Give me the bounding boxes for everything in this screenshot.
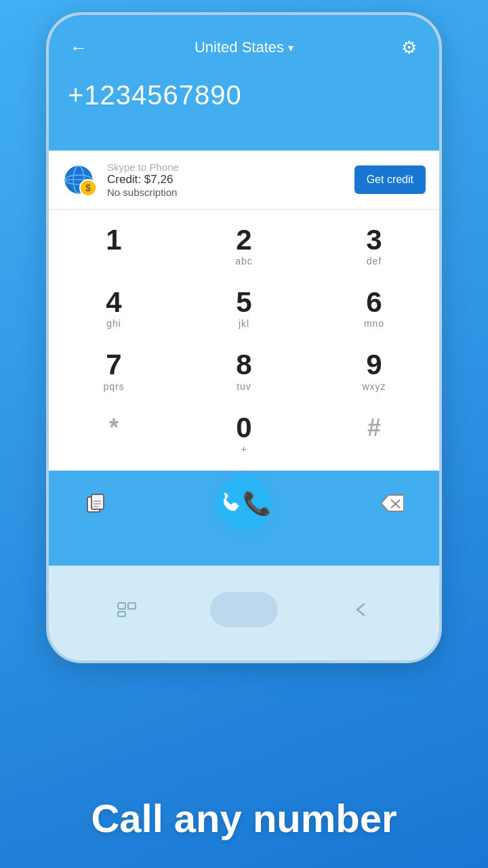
phone-frame: ← United States ▾ ⚙ +1234567890	[46, 12, 442, 663]
phone-screen: ← United States ▾ ⚙ +1234567890	[49, 15, 439, 566]
chevron-down-icon: ▾	[288, 41, 293, 54]
settings-button[interactable]: ⚙	[396, 34, 423, 61]
svg-rect-14	[128, 603, 136, 609]
recent-apps-button[interactable]	[109, 592, 144, 627]
numpad-key-2[interactable]: 2abc	[179, 215, 309, 277]
skype-info-bar: $ Skype to Phone Credit: $7,26 No subscr…	[49, 151, 439, 210]
paste-button[interactable]	[76, 483, 117, 524]
get-credit-button[interactable]: Get credit	[354, 165, 426, 194]
backspace-button[interactable]	[371, 483, 412, 524]
numpad-key-#[interactable]: #	[309, 403, 439, 465]
phone-bottom-nav	[49, 566, 439, 660]
skype-credit: Credit: $7,26	[107, 173, 345, 186]
skype-info-text: Skype to Phone Credit: $7,26 No subscrip…	[107, 161, 345, 198]
numpad-key-4[interactable]: 4ghi	[49, 277, 179, 340]
back-button[interactable]: ←	[65, 34, 92, 61]
numpad-key-6[interactable]: 6mno	[309, 277, 439, 340]
number-display: +1234567890	[49, 72, 439, 127]
action-row: 📞	[49, 471, 439, 541]
numpad-key-3[interactable]: 3def	[309, 215, 439, 277]
country-selector[interactable]: United States ▾	[195, 39, 293, 56]
numpad-key-9[interactable]: 9wxyz	[309, 340, 439, 402]
numpad-key-*[interactable]: *	[49, 403, 179, 465]
numpad-key-5[interactable]: 5jkl	[179, 277, 309, 340]
skype-label: Skype to Phone	[107, 161, 345, 173]
svg-text:$: $	[85, 182, 91, 193]
country-label: United States	[195, 39, 284, 56]
svg-rect-15	[118, 612, 125, 616]
back-nav-button[interactable]	[344, 592, 379, 627]
home-button[interactable]	[210, 592, 278, 627]
numpad: 12abc3def4ghi5jkl6mno7pqrs8tuv9wxyz*0+#	[49, 210, 439, 471]
skype-subscription: No subscription	[107, 186, 345, 198]
call-button[interactable]: 📞	[217, 476, 271, 530]
skype-to-phone-icon: $	[62, 162, 98, 197]
dialpad-card: $ Skype to Phone Credit: $7,26 No subscr…	[49, 151, 439, 471]
numpad-key-7[interactable]: 7pqrs	[49, 340, 179, 402]
svg-rect-13	[118, 603, 125, 609]
header: ← United States ▾ ⚙	[49, 15, 439, 72]
bottom-cta-text: Call any number	[0, 795, 488, 841]
numpad-key-0[interactable]: 0+	[179, 403, 309, 465]
numpad-key-1[interactable]: 1	[49, 215, 179, 277]
numpad-key-8[interactable]: 8tuv	[179, 340, 309, 402]
